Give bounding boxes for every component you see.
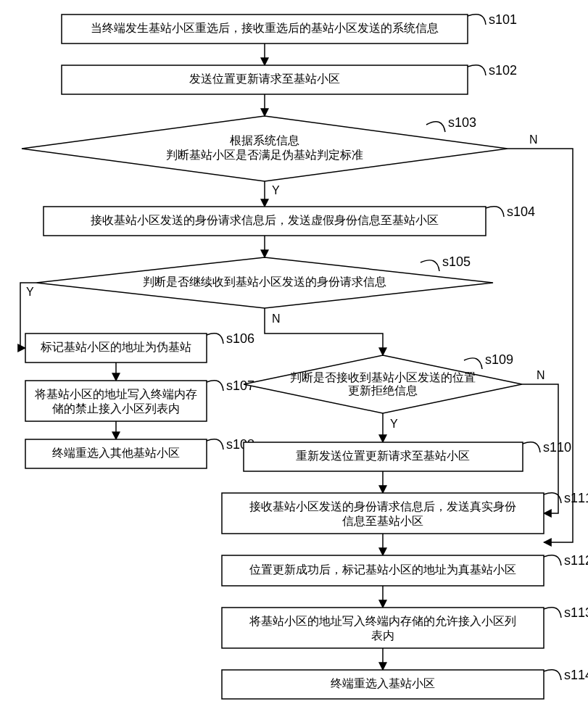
node-s102-text: 发送位置更新请求至基站小区 (189, 72, 340, 85)
edge-s103-Y: Y (272, 184, 280, 196)
node-s106-text: 标记基站小区的地址为伪基站 (40, 341, 191, 353)
node-s104: 接收基站小区发送的身份请求信息后，发送虚假身份信息至基站小区 s104 (44, 204, 535, 236)
label-s105: s105 (442, 254, 471, 269)
node-s101: 当终端发生基站小区重选后，接收重选后的基站小区发送的系统信息 s101 (62, 12, 517, 44)
edge-s103-N: N (529, 133, 538, 146)
node-s114-text: 终端重选入基站小区 (331, 677, 435, 689)
node-s105: 判断是否继续收到基站小区发送的身份请求信息 s105 (36, 254, 493, 308)
node-s113-text1: 将基站小区的地址写入终端内存储的允许接入小区列 (249, 615, 516, 627)
node-s109: 判断是否接收到基站小区发送的位置 更新拒绝信息 s109 (244, 352, 522, 413)
node-s102: 发送位置更新请求至基站小区 s102 (62, 63, 517, 94)
svg-rect-18 (222, 493, 544, 534)
label-s112: s112 (564, 553, 588, 568)
node-s103-text1: 根据系统信息 (230, 134, 299, 146)
label-s104: s104 (507, 204, 535, 219)
edge-s109-N: N (537, 369, 545, 381)
node-s112-text: 位置更新成功后，标记基站小区的地址为真基站小区 (249, 563, 516, 576)
node-s110: 重新发送位置更新请求至基站小区 s110 (244, 440, 571, 471)
node-s110-text: 重新发送位置更新请求至基站小区 (296, 450, 470, 462)
node-s113-text2: 表内 (371, 629, 394, 642)
label-s106: s106 (226, 331, 254, 346)
node-s106: 标记基站小区的地址为伪基站 s106 (25, 331, 254, 362)
node-s114: 终端重选入基站小区 s114 (222, 668, 588, 699)
node-s113: 将基站小区的地址写入终端内存储的允许接入小区列 表内 s113 (222, 605, 588, 648)
edge-s105-N: N (272, 312, 281, 325)
label-s101: s101 (489, 12, 517, 27)
node-s109-text1: 判断是否接收到基站小区发送的位置 (290, 371, 476, 384)
node-s107-text2: 储的禁止接入小区列表内 (52, 402, 180, 415)
flowchart: 当终端发生基站小区重选后，接收重选后的基站小区发送的系统信息 s101 发送位置… (0, 0, 588, 725)
svg-rect-11 (25, 381, 207, 421)
node-s108: 终端重选入其他基站小区 s108 (25, 437, 254, 468)
node-s103-text2: 判断基站小区是否满足伪基站判定标准 (166, 149, 363, 161)
node-s112: 位置更新成功后，标记基站小区的地址为真基站小区 s112 (222, 553, 588, 586)
node-s109-text2: 更新拒绝信息 (348, 384, 418, 397)
label-s103: s103 (448, 115, 476, 130)
label-s110: s110 (543, 440, 571, 455)
edge-s105-Y: Y (26, 286, 34, 298)
label-s114: s114 (564, 668, 588, 682)
node-s107: 将基站小区的地址写入终端内存 储的禁止接入小区列表内 s107 (25, 378, 254, 421)
node-s104-text: 接收基站小区发送的身份请求信息后，发送虚假身份信息至基站小区 (91, 214, 439, 226)
node-s103: 根据系统信息 判断基站小区是否满足伪基站判定标准 s103 (22, 115, 508, 181)
edge-s109-Y: Y (390, 418, 398, 430)
node-s101-text: 当终端发生基站小区重选后，接收重选后的基站小区发送的系统信息 (91, 22, 439, 34)
node-s111-text2: 信息至基站小区 (342, 515, 423, 527)
node-s111: 接收基站小区发送的身份请求信息后，发送真实身份 信息至基站小区 s111 (222, 491, 588, 534)
label-s111: s111 (564, 491, 588, 505)
label-s113: s113 (564, 605, 588, 620)
node-s105-text: 判断是否继续收到基站小区发送的身份请求信息 (143, 276, 386, 288)
node-s111-text1: 接收基站小区发送的身份请求信息后，发送真实身份 (249, 500, 516, 513)
node-s107-text1: 将基站小区的地址写入终端内存 (34, 388, 197, 400)
node-s108-text: 终端重选入其他基站小区 (52, 447, 180, 459)
label-s102: s102 (489, 63, 517, 78)
svg-rect-22 (222, 608, 544, 648)
label-s109: s109 (485, 352, 513, 367)
